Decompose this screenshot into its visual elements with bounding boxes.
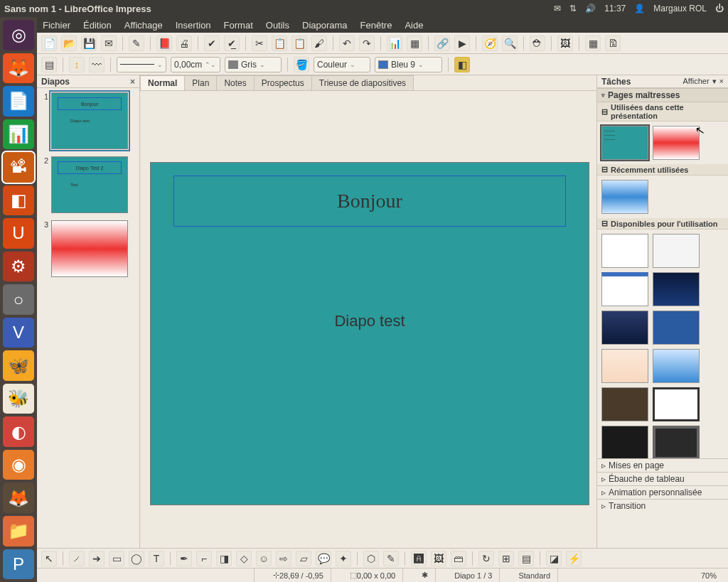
- rotate-tool[interactable]: ↻: [478, 551, 494, 566]
- fill-mode-combo[interactable]: Couleur ⌄: [314, 57, 370, 72]
- master-thumb[interactable]: [601, 387, 648, 421]
- points-tool[interactable]: ⬡: [363, 551, 379, 566]
- tasks-display[interactable]: Afficher: [682, 77, 709, 86]
- slide-design-button[interactable]: 🖻: [605, 36, 621, 51]
- line-color-combo[interactable]: Gris ⌄: [225, 57, 282, 72]
- master-thumb[interactable]: [601, 234, 648, 268]
- export-pdf-button[interactable]: 📕: [156, 36, 172, 51]
- launcher-impress[interactable]: 📽: [3, 152, 34, 183]
- glue-tool[interactable]: ✎: [383, 551, 399, 566]
- hyperlink-button[interactable]: 🔗: [434, 36, 450, 51]
- chart-button[interactable]: 📊: [387, 36, 402, 51]
- redo-button[interactable]: ↷: [359, 36, 375, 51]
- power-icon[interactable]: ⏻: [715, 4, 724, 14]
- master-thumb-red[interactable]: [653, 126, 700, 160]
- help-button[interactable]: ⛑: [530, 36, 545, 51]
- section-layouts[interactable]: ▹ Mises en page: [597, 458, 728, 472]
- menu-aide[interactable]: Aide: [405, 20, 423, 31]
- select-tool[interactable]: ↖: [41, 551, 57, 566]
- arrow-tool[interactable]: ➔: [89, 551, 105, 566]
- line-width-combo[interactable]: 0,00cm ⌃⌄: [171, 57, 220, 72]
- spellcheck-button[interactable]: ✔: [204, 36, 220, 51]
- master-thumb-recent-1[interactable]: [601, 180, 648, 214]
- slide-title-box[interactable]: Bonjour: [173, 176, 566, 227]
- stars-tool[interactable]: ✦: [336, 551, 351, 566]
- slide-thumb-1[interactable]: Bonjour Diapo test: [51, 92, 128, 149]
- network-icon[interactable]: ⇅: [569, 4, 577, 14]
- master-thumb[interactable]: [601, 311, 648, 345]
- gallery-tool[interactable]: 🗃: [451, 551, 466, 566]
- master-thumb[interactable]: [653, 387, 700, 421]
- extrusion-tool[interactable]: ◪: [546, 551, 562, 566]
- menu-insertion[interactable]: Insertion: [176, 20, 211, 31]
- master-thumb[interactable]: [601, 272, 648, 306]
- connector-tool[interactable]: ⌐: [196, 551, 212, 566]
- tasks-menu-chev[interactable]: ▾: [712, 77, 717, 86]
- volume-icon[interactable]: 🔊: [585, 4, 596, 14]
- tab-sorter[interactable]: Trieuse de diapositives: [311, 75, 414, 90]
- format-paint-button[interactable]: 🖌: [311, 36, 327, 51]
- from-file-tool[interactable]: 🖼: [431, 551, 446, 566]
- section-transition[interactable]: ▹ Transition: [597, 499, 728, 512]
- arrow-style-button[interactable]: ↕: [69, 57, 85, 72]
- email-button[interactable]: ✉: [101, 36, 117, 51]
- arrange-tool[interactable]: ▤: [518, 551, 534, 566]
- menu-outils[interactable]: Outils: [266, 20, 289, 31]
- tab-plan[interactable]: Plan: [184, 75, 217, 90]
- section-table-draft[interactable]: ▹ Ébauche de tableau: [597, 472, 728, 485]
- fill-color-combo[interactable]: Bleu 9 ⌄: [375, 57, 442, 72]
- menu-fenetre[interactable]: Fenêtre: [360, 20, 392, 31]
- launcher-v[interactable]: V: [3, 318, 34, 348]
- arrange-button[interactable]: ▤: [41, 57, 57, 72]
- launcher-dash[interactable]: ◎: [3, 20, 34, 50]
- basic-shapes-tool[interactable]: ◇: [236, 551, 252, 566]
- symbol-shapes-tool[interactable]: ☺: [256, 551, 272, 566]
- master-thumb-current-teal[interactable]: —————————: [601, 126, 648, 160]
- text-tool[interactable]: T: [149, 551, 164, 566]
- mail-icon[interactable]: ✉: [554, 4, 561, 14]
- edit-button[interactable]: ✎: [129, 36, 144, 51]
- callouts-tool[interactable]: 💬: [316, 551, 331, 566]
- launcher-chrome[interactable]: ○: [3, 284, 34, 315]
- master-thumb[interactable]: [653, 311, 700, 345]
- shadow-button[interactable]: ◧: [454, 57, 470, 72]
- sub-recent[interactable]: ⊟ Récemment utilisées: [597, 164, 728, 176]
- print-button[interactable]: 🖨: [176, 36, 192, 51]
- menu-fichier[interactable]: Fichier: [43, 20, 70, 31]
- cut-button[interactable]: ✂: [252, 36, 267, 51]
- sub-available[interactable]: ⊟ Disponibles pour l'utilisation: [597, 218, 728, 230]
- master-thumb[interactable]: [601, 349, 648, 383]
- open-button[interactable]: 📂: [61, 36, 77, 51]
- align-tool[interactable]: ⊞: [498, 551, 514, 566]
- launcher-app3[interactable]: ◐: [3, 416, 34, 447]
- master-thumb[interactable]: [653, 234, 700, 268]
- master-thumb[interactable]: [653, 349, 700, 383]
- save-button[interactable]: 💾: [81, 36, 97, 51]
- master-thumb[interactable]: [601, 426, 648, 458]
- user-name[interactable]: Margaux ROL: [653, 4, 707, 14]
- copy-button[interactable]: 📋: [272, 36, 287, 51]
- launcher-ubuntu-one[interactable]: U: [3, 218, 34, 249]
- grid-button[interactable]: ▦: [585, 36, 601, 51]
- new-button[interactable]: 📄: [41, 36, 57, 51]
- table-button[interactable]: ▦: [407, 36, 422, 51]
- menu-affichage[interactable]: Affichage: [124, 20, 163, 31]
- navigator-button[interactable]: 🧭: [482, 36, 498, 51]
- autospell-button[interactable]: ✔̲: [224, 36, 240, 51]
- tab-notes[interactable]: Notes: [216, 75, 254, 90]
- slide-canvas[interactable]: Bonjour Diapo test: [150, 162, 589, 505]
- status-zoom[interactable]: 70%: [694, 568, 724, 582]
- master-thumb[interactable]: [653, 272, 700, 306]
- paste-button[interactable]: 📋: [291, 36, 307, 51]
- tab-normal[interactable]: Normal: [140, 75, 185, 90]
- sub-used-in-pres[interactable]: ⊟ Utilisées dans cette présentation: [597, 102, 728, 122]
- line-style-combo[interactable]: ⌄: [117, 57, 166, 72]
- block-arrows-tool[interactable]: ⇨: [276, 551, 291, 566]
- launcher-gimp[interactable]: 🦊: [3, 483, 34, 513]
- launcher-settings[interactable]: ⚙: [3, 252, 34, 282]
- zoom-button[interactable]: 🔍: [502, 36, 518, 51]
- tab-prospectus[interactable]: Prospectus: [254, 75, 312, 90]
- launcher-writer[interactable]: 📄: [3, 86, 34, 117]
- menu-format[interactable]: Format: [224, 20, 253, 31]
- slide-body-text[interactable]: Diapo test: [151, 312, 589, 330]
